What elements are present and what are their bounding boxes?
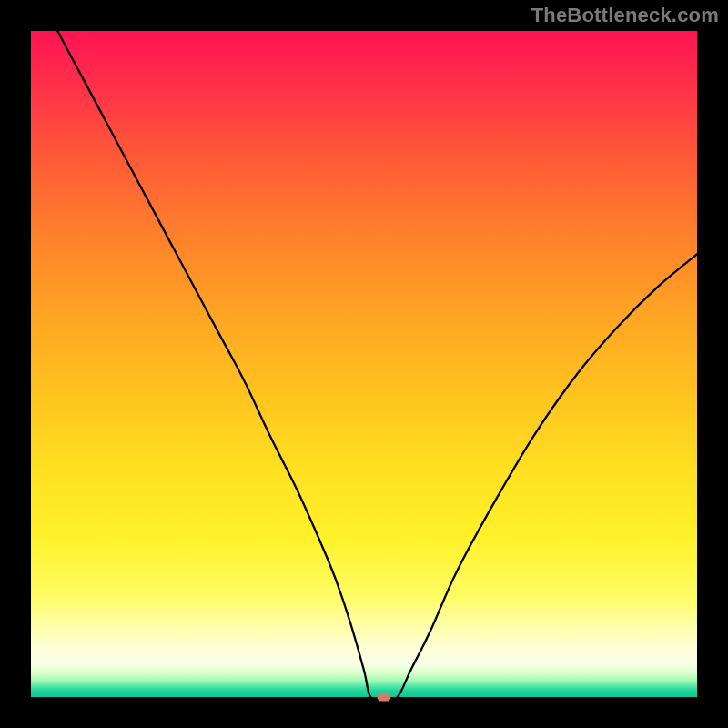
- optimal-marker: [377, 693, 390, 702]
- attribution-text: TheBottleneck.com: [531, 4, 719, 27]
- chart-frame: TheBottleneck.com: [0, 0, 728, 728]
- bottleneck-curve: [31, 31, 697, 697]
- plot-area: [31, 31, 697, 697]
